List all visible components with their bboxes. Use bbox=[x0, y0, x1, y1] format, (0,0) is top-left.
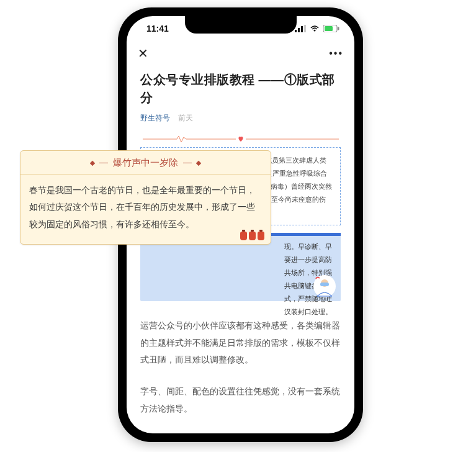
doctor-icon bbox=[313, 275, 336, 297]
byline: 野生符号 前天 bbox=[140, 113, 341, 124]
overlay-title-bar: 爆竹声中一岁除 bbox=[20, 151, 271, 174]
fragment-line: 现。早诊断、早 bbox=[284, 240, 332, 253]
fragment-line: 汉装封口处理。 bbox=[284, 305, 332, 319]
overlay-body: 春节是我国一个古老的节日，也是全年最重要的一个节日，如何过庆贺这个节日，在千百年… bbox=[20, 174, 271, 244]
overlay-title: 爆竹声中一岁除 bbox=[113, 157, 178, 169]
close-icon[interactable]: ✕ bbox=[138, 46, 148, 61]
publish-date: 前天 bbox=[178, 114, 193, 122]
svg-rect-3 bbox=[304, 25, 306, 32]
status-icons bbox=[295, 25, 339, 32]
fragment-line: 要进一步提高防 bbox=[284, 253, 332, 266]
article-body: 公众号专业排版教程 ——①版式部分 野生符号 前天 这已经是21世纪以来，冠状病… bbox=[127, 66, 354, 433]
ornament-dash-left bbox=[99, 163, 108, 163]
overlay-card: 爆竹声中一岁除 春节是我国一个古老的节日，也是全年最重要的一个节日，如何过庆贺这… bbox=[20, 150, 271, 245]
author-name[interactable]: 野生符号 bbox=[140, 114, 170, 122]
svg-rect-9 bbox=[320, 282, 329, 286]
signal-icon bbox=[295, 25, 306, 32]
more-icon[interactable]: ••• bbox=[329, 48, 343, 59]
svg-rect-5 bbox=[325, 26, 333, 31]
svg-rect-2 bbox=[301, 26, 303, 32]
ornament-dash-right bbox=[183, 163, 192, 163]
heart-icon bbox=[237, 135, 245, 143]
status-time: 11:41 bbox=[146, 24, 169, 34]
ornament-diamond-left bbox=[90, 160, 95, 165]
notch bbox=[185, 16, 297, 34]
lantern-icon bbox=[258, 232, 264, 240]
paragraph-2: 字号、间距、配色的设置往往凭感觉，没有一套系统方法论指导。 bbox=[140, 383, 341, 417]
svg-rect-0 bbox=[295, 30, 297, 32]
battery-icon bbox=[323, 25, 339, 32]
paragraph-1: 运营公众号的小伙伴应该都有这种感受，各类编辑器的主题样式并不能满足日常排版的需求… bbox=[140, 317, 341, 368]
ornament-diamond-right bbox=[196, 160, 201, 165]
page-title: 公众号专业排版教程 ——①版式部分 bbox=[140, 71, 341, 107]
heartbeat-divider bbox=[140, 135, 341, 143]
svg-rect-1 bbox=[298, 28, 300, 32]
svg-rect-6 bbox=[338, 27, 339, 30]
paragraph-3: 只有学习一些专业的排版知识，才能避免千篇一律套模板，做出好看实用的公众号图文。 bbox=[140, 432, 341, 433]
lantern-icons bbox=[240, 232, 264, 240]
lantern-icon bbox=[249, 232, 256, 240]
lantern-icon bbox=[240, 232, 247, 240]
wifi-icon bbox=[310, 25, 320, 32]
nav-bar: ✕ ••• bbox=[127, 41, 354, 66]
